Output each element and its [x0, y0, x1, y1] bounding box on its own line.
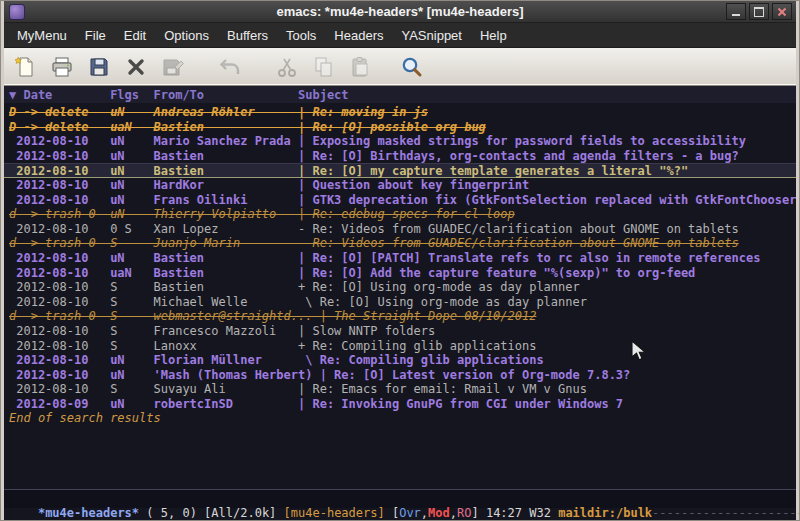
- modeline-position: ( 5, 0) [All/2.0k]: [139, 506, 284, 520]
- menu-item-buffers[interactable]: Buffers: [218, 25, 277, 46]
- paste-button[interactable]: [348, 54, 374, 80]
- message-row[interactable]: 2012-08-10 uN Frans Oilinki | GTK3 depre…: [9, 193, 796, 208]
- message-row[interactable]: D -> delete uaN Bastien | Re: [O] possib…: [9, 120, 796, 135]
- print-button[interactable]: [49, 54, 75, 80]
- print-icon: [50, 55, 74, 79]
- menu-item-tools[interactable]: Tools: [277, 25, 325, 46]
- new-file-button[interactable]: [12, 54, 38, 80]
- message-row[interactable]: 2012-08-10 S Michael Welle \ Re: [O] Usi…: [9, 295, 796, 310]
- message-row-current[interactable]: 2012-08-10 uN Bastien | Re: [O] my captu…: [4, 163, 796, 178]
- end-of-results: End of search results: [9, 411, 796, 426]
- message-row[interactable]: 2012-08-09 uN robertcInSD | Re: Invoking…: [9, 397, 796, 412]
- modeline-modified: Mod: [428, 506, 450, 520]
- paste-icon: [349, 55, 373, 79]
- menu-item-file[interactable]: File: [76, 25, 115, 46]
- modeline-maildir: maildir:/bulk: [558, 506, 652, 520]
- message-row[interactable]: d -> trash 0 S webmaster@straightd... | …: [9, 309, 796, 324]
- modeline-buffer-name: *mu4e-headers*: [38, 506, 139, 520]
- message-row[interactable]: D -> delete uN Andreas Röhler | Re: movi…: [9, 105, 796, 120]
- search-button[interactable]: [399, 54, 425, 80]
- emacs-window: emacs: *mu4e-headers* [mu4e-headers] MyM…: [0, 0, 800, 521]
- modeline-bracket: [: [385, 506, 399, 520]
- modeline-sep: ,: [421, 506, 428, 520]
- mode-line[interactable]: *mu4e-headers* ( 5, 0) [All/2.0k] [mu4e-…: [4, 489, 796, 508]
- maximize-button[interactable]: [749, 3, 769, 20]
- message-row[interactable]: 2012-08-10 S Suvayu Ali | Re: Emacs for …: [9, 382, 796, 397]
- close-icon: [777, 7, 787, 17]
- modeline-bracket: ]: [471, 506, 485, 520]
- menu-item-headers[interactable]: Headers: [325, 25, 392, 46]
- headers-buffer: D -> delete uN Andreas Röhler | Re: movi…: [4, 103, 796, 489]
- window-controls: [723, 3, 792, 20]
- message-row[interactable]: 2012-08-10 uN 'Mash (Thomas Herbert) | R…: [9, 368, 796, 383]
- new-file-icon: [13, 55, 37, 79]
- modeline-readonly: RO: [457, 506, 471, 520]
- message-row[interactable]: 2012-08-10 uN Bastien | Re: [O] [PATCH] …: [9, 251, 796, 266]
- message-row[interactable]: 2012-08-10 S Lanoxx + Re: Compiling glib…: [9, 339, 796, 354]
- message-row[interactable]: 2012-08-10 uN HardKor | Question about k…: [9, 178, 796, 193]
- cut-icon: [275, 55, 299, 79]
- close-buffer-button[interactable]: [123, 54, 149, 80]
- undo-button[interactable]: [217, 54, 243, 80]
- message-row[interactable]: 2012-08-10 S Francesco Mazzoli | Slow NN…: [9, 324, 796, 339]
- message-row[interactable]: 2012-08-10 uN Mario Sanchez Prada | Expo…: [9, 134, 796, 149]
- window-title: emacs: *mu4e-headers* [mu4e-headers]: [4, 4, 796, 19]
- menu-item-options[interactable]: Options: [155, 25, 218, 46]
- copy-button[interactable]: [311, 54, 337, 80]
- menu-item-mymenu[interactable]: MyMenu: [8, 25, 76, 46]
- message-row[interactable]: 2012-08-10 uaN Bastien | Re: [O] Add the…: [9, 266, 796, 281]
- modeline-major-mode: [mu4e-headers]: [284, 506, 385, 520]
- modeline-clock: 14:27 W32: [486, 506, 558, 520]
- cut-button[interactable]: [274, 54, 300, 80]
- message-row[interactable]: 2012-08-10 uN Florian Müllner \ Re: Comp…: [9, 353, 796, 368]
- close-button[interactable]: [772, 3, 792, 20]
- title-bar: emacs: *mu4e-headers* [mu4e-headers]: [4, 1, 796, 23]
- modeline-sep: ,: [450, 506, 457, 520]
- close-buffer-icon: [124, 55, 148, 79]
- message-row[interactable]: d -> trash 0 uN Thierry Volpiatto | Re: …: [9, 207, 796, 222]
- modeline-overwrite: Ovr: [399, 506, 421, 520]
- menu-item-edit[interactable]: Edit: [115, 25, 155, 46]
- menu-item-help[interactable]: Help: [471, 25, 516, 46]
- save-as-icon: [161, 55, 185, 79]
- tool-bar: [4, 48, 796, 86]
- save-as-button[interactable]: [160, 54, 186, 80]
- minimize-icon: [732, 7, 740, 16]
- message-row[interactable]: 2012-08-10 uN Bastien | Re: [O] Birthday…: [9, 149, 796, 164]
- minimize-button[interactable]: [726, 3, 746, 20]
- message-row[interactable]: 2012-08-10 0 S Xan Lopez - Re: Videos fr…: [9, 222, 796, 237]
- menu-item-yasnippet[interactable]: YASnippet: [392, 25, 470, 46]
- copy-icon: [312, 55, 336, 79]
- maximize-icon: [754, 7, 764, 17]
- undo-icon: [218, 55, 242, 79]
- search-icon: [400, 55, 424, 79]
- message-row[interactable]: 2012-08-10 S Bastien + Re: [O] Using org…: [9, 280, 796, 295]
- menu-bar: MyMenu File Edit Options Buffers Tools H…: [4, 23, 796, 48]
- save-icon: [87, 55, 111, 79]
- save-button[interactable]: [86, 54, 112, 80]
- header-line[interactable]: ▼ Date Flgs From/To Subject: [4, 86, 796, 103]
- message-row[interactable]: d -> trash 0 S Juanjo Marin - Re: Videos…: [9, 236, 796, 251]
- modeline-filler: ------------------------: [652, 506, 800, 520]
